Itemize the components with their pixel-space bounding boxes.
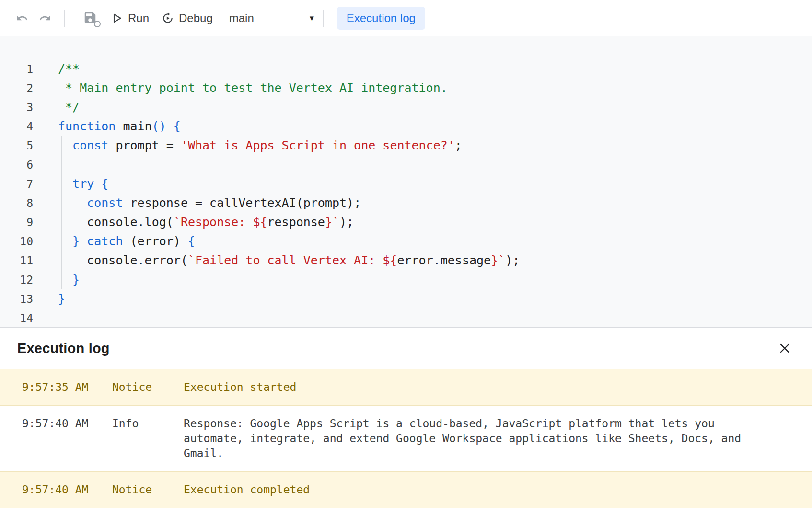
log-entry: 9:57:35 AMNoticeExecution started bbox=[0, 369, 812, 406]
line-number: 10 bbox=[0, 232, 58, 251]
debug-icon bbox=[162, 12, 174, 24]
toolbar: Run Debug main ▼ Execution log bbox=[0, 0, 812, 36]
line-number: 8 bbox=[0, 194, 58, 213]
code-editor[interactable]: 1/**2 * Main entry point to test the Ver… bbox=[0, 36, 812, 327]
indent-guide bbox=[61, 174, 62, 194]
run-button-label: Run bbox=[128, 11, 149, 25]
code-line: 6 bbox=[0, 155, 812, 174]
save-status-icon bbox=[83, 11, 98, 26]
code-line: 3 */ bbox=[0, 98, 812, 117]
code-line: 2 * Main entry point to test the Vertex … bbox=[0, 79, 812, 98]
indent-guide bbox=[61, 251, 62, 270]
line-number: 3 bbox=[0, 98, 58, 117]
function-selector-value: main bbox=[229, 11, 254, 25]
line-number: 5 bbox=[0, 136, 58, 155]
code-line: 14 bbox=[0, 309, 812, 327]
indent-guide bbox=[61, 136, 62, 155]
code-lines: 1/**2 * Main entry point to test the Ver… bbox=[0, 59, 812, 327]
code-line: 8 const response = callVertexAI(prompt); bbox=[0, 194, 812, 213]
indent-guide bbox=[61, 213, 62, 232]
code-line-text: const response = callVertexAI(prompt); bbox=[58, 194, 361, 213]
line-number: 4 bbox=[0, 117, 58, 136]
debug-button-label: Debug bbox=[179, 11, 213, 25]
line-number: 11 bbox=[0, 251, 58, 270]
code-line: 1/** bbox=[0, 59, 812, 79]
code-line: 7 try { bbox=[0, 174, 812, 194]
execution-log-title: Execution log bbox=[17, 341, 110, 356]
log-entry: 9:57:40 AMNoticeExecution completed bbox=[0, 471, 812, 508]
line-number: 2 bbox=[0, 79, 58, 98]
code-line-text: const prompt = 'What is Apps Script in o… bbox=[58, 136, 462, 155]
line-number: 14 bbox=[0, 309, 58, 327]
code-line-text: try { bbox=[58, 174, 108, 194]
run-button[interactable]: Run bbox=[111, 11, 149, 25]
log-message: Execution completed bbox=[184, 482, 767, 497]
indent-guide bbox=[76, 213, 76, 232]
function-selector[interactable]: main ▼ bbox=[229, 11, 315, 25]
indent-guide bbox=[61, 270, 62, 289]
log-level: Info bbox=[112, 416, 184, 461]
code-line-text: function main() { bbox=[58, 117, 181, 136]
code-line: 10 } catch (error) { bbox=[0, 232, 812, 251]
indent-guide bbox=[76, 194, 76, 213]
code-line-text: console.log(`Response: ${response}`); bbox=[58, 213, 354, 232]
dropdown-caret-icon: ▼ bbox=[308, 14, 315, 22]
indent-guide bbox=[61, 155, 62, 174]
log-time: 9:57:40 AM bbox=[22, 482, 112, 497]
code-line: 9 console.log(`Response: ${response}`); bbox=[0, 213, 812, 232]
toolbar-divider bbox=[64, 10, 65, 27]
indent-guide bbox=[76, 251, 76, 270]
log-entry: 9:57:40 AMInfoResponse: Google Apps Scri… bbox=[0, 406, 812, 471]
debug-button[interactable]: Debug bbox=[162, 11, 213, 25]
code-line: 12 } bbox=[0, 270, 812, 289]
log-time: 9:57:40 AM bbox=[22, 416, 112, 461]
log-level: Notice bbox=[112, 380, 184, 395]
execution-log-panel: Execution log 9:57:35 AMNoticeExecution … bbox=[0, 327, 812, 526]
line-number: 6 bbox=[0, 155, 58, 174]
undo-button[interactable] bbox=[11, 7, 34, 30]
log-rows: 9:57:35 AMNoticeExecution started9:57:40… bbox=[0, 369, 812, 508]
toolbar-divider bbox=[323, 10, 324, 27]
code-line-text: } bbox=[58, 289, 65, 309]
code-line: 11 console.error(`Failed to call Vertex … bbox=[0, 251, 812, 270]
toolbar-divider bbox=[433, 10, 433, 27]
line-number: 13 bbox=[0, 289, 58, 309]
code-line: 13} bbox=[0, 289, 812, 309]
line-number: 1 bbox=[0, 59, 58, 79]
line-number: 7 bbox=[0, 174, 58, 194]
code-line-text: */ bbox=[58, 98, 80, 117]
log-message: Response: Google Apps Script is a cloud-… bbox=[184, 416, 767, 461]
code-line: 4function main() { bbox=[0, 117, 812, 136]
indent-guide bbox=[61, 194, 62, 213]
log-time: 9:57:35 AM bbox=[22, 380, 112, 395]
save-status-badge-icon bbox=[94, 21, 101, 27]
close-icon bbox=[778, 342, 791, 355]
log-level: Notice bbox=[112, 482, 184, 497]
apps-script-editor: Run Debug main ▼ Execution log 1/**2 * M… bbox=[0, 0, 812, 526]
run-play-icon bbox=[111, 12, 123, 24]
code-line-text: } catch (error) { bbox=[58, 232, 195, 251]
close-button[interactable] bbox=[775, 338, 795, 358]
redo-icon bbox=[39, 12, 51, 24]
line-number: 12 bbox=[0, 270, 58, 289]
log-message: Execution started bbox=[184, 380, 767, 395]
execution-log-button[interactable]: Execution log bbox=[337, 7, 425, 30]
indent-guide bbox=[61, 232, 62, 251]
code-line-text: } bbox=[58, 270, 80, 289]
redo-button[interactable] bbox=[34, 7, 57, 30]
undo-icon bbox=[16, 12, 28, 24]
code-line-text: * Main entry point to test the Vertex AI… bbox=[58, 79, 448, 98]
code-line: 5 const prompt = 'What is Apps Script in… bbox=[0, 136, 812, 155]
code-line-text: /** bbox=[58, 59, 80, 79]
line-number: 9 bbox=[0, 213, 58, 232]
code-line-text: console.error(`Failed to call Vertex AI:… bbox=[58, 251, 520, 270]
execution-log-header: Execution log bbox=[0, 328, 812, 369]
